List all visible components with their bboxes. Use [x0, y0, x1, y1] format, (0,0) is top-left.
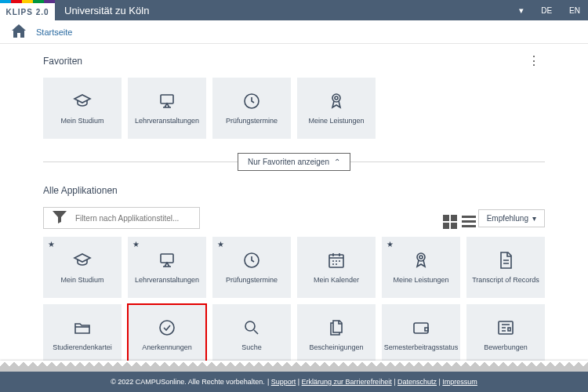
card-label: Lehrveranstaltungen — [132, 276, 201, 284]
calendar-icon — [327, 251, 346, 270]
card-label: Studierendenkartei — [50, 343, 114, 351]
svg-rect-10 — [451, 215, 457, 221]
card-bewerbungen[interactable]: Bewerbungen — [466, 304, 545, 365]
board-icon — [158, 92, 176, 111]
card-pr-fungstermine[interactable]: Prüfungstermine — [212, 78, 291, 139]
card-meine-leistungen[interactable]: ★Meine Leistungen — [382, 237, 460, 298]
graduation-icon — [73, 92, 92, 111]
card-bescheinigungen[interactable]: Bescheinigungen — [297, 304, 376, 365]
filter-input-wrapper[interactable] — [43, 207, 200, 229]
card-label: Transcript of Records — [470, 276, 542, 284]
chevron-up-icon: ⌃ — [334, 158, 340, 166]
all-apps-title: Alle Applikationen — [43, 185, 545, 196]
footer-link-erkl-rung-zur-barrierefreiheit[interactable]: Erklärung zur Barrierefreiheit — [302, 378, 392, 386]
card-label: Meine Leistungen — [390, 276, 451, 284]
card-lehrveranstaltungen[interactable]: Lehrveranstaltungen — [128, 78, 206, 139]
footer-link-impressum[interactable]: Impressum — [442, 378, 477, 386]
card-semesterbeitragsstatus[interactable]: Semesterbeitragsstatus — [382, 304, 460, 365]
card-label: Meine Leistungen — [306, 117, 366, 125]
svg-rect-14 — [462, 220, 476, 223]
document-icon — [496, 251, 515, 270]
card-label: Bescheinigungen — [307, 343, 365, 351]
footer-link-support[interactable]: Support — [271, 378, 296, 386]
app-header: KLIPS 2.0 Universität zu Köln ▾ DE EN — [0, 0, 588, 20]
card-mein-studium[interactable]: ★Mein Studium — [43, 237, 122, 298]
grid-view-icon[interactable] — [441, 212, 452, 223]
board-icon — [158, 251, 176, 270]
chevron-down-icon: ▾ — [532, 214, 536, 223]
lang-en-button[interactable]: EN — [561, 2, 588, 20]
list-view-icon[interactable] — [459, 212, 470, 223]
card-mein-studium[interactable]: Mein Studium — [43, 78, 122, 139]
divider — [43, 162, 238, 162]
footer-link-datenschutz[interactable]: Datenschutz — [397, 378, 437, 386]
card-label: Suche — [239, 343, 264, 351]
favorite-star-icon: ★ — [132, 240, 140, 249]
breadcrumb: Startseite — [0, 20, 588, 44]
card-anerkennungen[interactable]: Anerkennungen — [128, 304, 206, 365]
user-menu-caret-icon[interactable]: ▾ — [511, 1, 532, 20]
folder-icon — [73, 318, 92, 337]
card-label: Mein Studium — [58, 276, 106, 284]
svg-rect-15 — [462, 225, 476, 227]
filter-input[interactable] — [75, 214, 193, 223]
lang-de-button[interactable]: DE — [533, 2, 560, 20]
medal-icon — [327, 92, 346, 111]
card-label: Prüfungstermine — [223, 276, 280, 284]
card-lehrveranstaltungen[interactable]: ★Lehrveranstaltungen — [128, 237, 206, 298]
card-mein-kalender[interactable]: Mein Kalender — [297, 237, 376, 298]
search-icon — [242, 318, 261, 337]
card-label: Semesterbeitragsstatus — [382, 343, 461, 351]
wallet-icon — [412, 318, 430, 337]
news-icon — [496, 318, 515, 337]
footer-copyright: © 2022 CAMPUSonline. Alle Rechte vorbeha… — [111, 378, 265, 386]
clock-icon — [242, 92, 261, 111]
card-suche[interactable]: Suche — [212, 304, 291, 365]
favorite-star-icon: ★ — [217, 240, 224, 249]
favorites-more-icon[interactable]: ⋮ — [523, 52, 545, 70]
favorites-title: Favoriten — [43, 56, 82, 67]
card-label: Bewerbungen — [481, 343, 530, 351]
card-label: Anerkennungen — [140, 343, 194, 351]
svg-rect-9 — [443, 215, 449, 221]
toggle-favorites-button[interactable]: Nur Favoriten anzeigen ⌃ — [238, 153, 350, 171]
card-label: Mein Studium — [58, 117, 106, 125]
card-label: Prüfungstermine — [223, 117, 280, 125]
toggle-favorites-label: Nur Favoriten anzeigen — [248, 158, 329, 166]
torn-edge-decoration — [0, 361, 588, 372]
copies-icon — [327, 318, 346, 337]
clock-icon — [242, 251, 261, 270]
home-icon[interactable] — [9, 22, 28, 42]
svg-rect-12 — [451, 223, 457, 229]
footer: © 2022 CAMPUSonline. Alle Rechte vorbeha… — [0, 372, 588, 392]
logo-text: KLIPS 2.0 — [0, 3, 55, 20]
filter-icon — [50, 208, 69, 228]
svg-rect-13 — [462, 216, 476, 218]
card-pr-fungstermine[interactable]: ★Prüfungstermine — [212, 237, 291, 298]
card-label: Lehrveranstaltungen — [132, 117, 201, 125]
breadcrumb-home-link[interactable]: Startseite — [36, 27, 72, 37]
svg-rect-11 — [443, 223, 449, 229]
favorite-star-icon: ★ — [48, 240, 55, 249]
sort-label: Empfehlung — [487, 214, 528, 223]
divider — [350, 162, 545, 162]
check-icon — [158, 318, 176, 337]
card-transcript-of-records[interactable]: Transcript of Records — [466, 237, 545, 298]
card-label: Mein Kalender — [311, 276, 361, 284]
favorite-star-icon: ★ — [387, 240, 394, 249]
card-studierendenkartei[interactable]: Studierendenkartei — [43, 304, 122, 365]
medal-icon — [412, 251, 430, 270]
sort-button[interactable]: Empfehlung ▾ — [478, 209, 545, 227]
card-meine-leistungen[interactable]: Meine Leistungen — [297, 78, 376, 139]
graduation-icon — [73, 251, 92, 270]
logo[interactable]: KLIPS 2.0 — [0, 0, 55, 20]
university-name: Universität zu Köln — [64, 5, 511, 16]
